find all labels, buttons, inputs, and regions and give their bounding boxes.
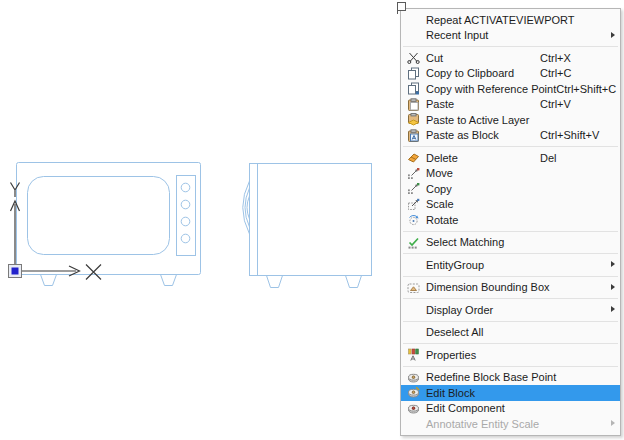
eraser-icon — [404, 151, 423, 164]
menu-item-label: Paste as Block — [426, 129, 499, 141]
menu-item-label: Recent Input — [426, 29, 488, 41]
screenshot-root: { "canvas": { "background": "#ffffff", "… — [0, 0, 624, 440]
menu-item-label: Scale — [426, 198, 454, 210]
icon-spacer — [404, 29, 423, 42]
menu-item-paste-to-active-layer[interactable]: Paste to Active Layer — [401, 112, 620, 128]
icon-spacer — [404, 258, 423, 271]
menu-separator — [403, 276, 618, 277]
submenu-arrow-icon — [611, 420, 615, 426]
front-door-window — [28, 177, 170, 255]
move-icon — [404, 167, 423, 180]
submenu-arrow-icon — [611, 284, 615, 290]
copy-icon — [404, 67, 423, 80]
menu-separator — [403, 343, 618, 344]
menu-item-edit-block[interactable]: Edit Block — [401, 385, 620, 401]
menu-item-properties[interactable]: Properties — [401, 347, 620, 363]
paste-block-icon — [404, 129, 423, 142]
menu-item-copy-to-clipboard[interactable]: Copy to ClipboardCtrl+C — [401, 66, 620, 82]
menu-item-label: Display Order — [426, 304, 493, 316]
y-axis-label-glyph — [11, 183, 20, 198]
menu-item-label: Copy with Reference Point — [426, 83, 556, 95]
ucs-icon — [9, 183, 102, 280]
copy-reference-icon — [404, 82, 423, 95]
menu-item-shortcut: Ctrl+Shift+C — [556, 83, 624, 95]
menu-item-entitygroup[interactable]: EntityGroup — [401, 257, 620, 273]
menu-item-edit-component[interactable]: Edit Component — [401, 401, 620, 417]
menu-separator — [403, 46, 618, 47]
side-foot-left — [267, 276, 283, 288]
menu-item-label: Cut — [426, 52, 443, 64]
x-axis-label-glyph — [86, 265, 101, 280]
submenu-arrow-icon — [611, 306, 615, 312]
submenu-arrow-icon — [611, 261, 615, 267]
menu-item-label: Move — [426, 167, 453, 179]
context-menu: Repeat ACTIVATEVIEWPORTRecent InputCutCt… — [400, 8, 621, 436]
panel-button — [181, 234, 190, 243]
panel-button — [181, 183, 190, 192]
icon-spacer — [404, 303, 423, 316]
menu-item-label: Deselect All — [426, 326, 483, 338]
menu-item-display-order[interactable]: Display Order — [401, 302, 620, 318]
origin-marker-fill — [12, 268, 19, 275]
menu-item-label: Rotate — [426, 214, 458, 226]
menu-item-cut[interactable]: CutCtrl+X — [401, 50, 620, 66]
menu-item-shortcut: Ctrl+Shift+V — [540, 129, 614, 141]
menu-item-shortcut: Ctrl+C — [540, 67, 614, 79]
menu-item-shortcut: Ctrl+V — [540, 98, 614, 110]
menu-item-paste[interactable]: PasteCtrl+V — [401, 97, 620, 113]
front-foot-left — [41, 275, 57, 286]
properties-icon — [404, 348, 423, 361]
menu-item-label: Paste — [426, 98, 454, 110]
menu-item-paste-as-block[interactable]: Paste as BlockCtrl+Shift+V — [401, 128, 620, 144]
panel-button — [181, 217, 190, 226]
dimension-bbox-icon — [404, 281, 423, 294]
side-handle-arc-outer — [243, 181, 250, 234]
menu-item-label: EntityGroup — [426, 259, 484, 271]
block-base-point-icon — [404, 371, 423, 384]
menu-separator — [403, 146, 618, 147]
menu-item-copy[interactable]: Copy — [401, 181, 620, 197]
select-matching-icon — [404, 236, 423, 249]
menu-item-recent-input[interactable]: Recent Input — [401, 28, 620, 44]
front-foot-right — [161, 275, 177, 286]
menu-separator — [403, 366, 618, 367]
menu-item-annotative-entity-scale[interactable]: Annotative Entity Scale — [401, 416, 620, 432]
menu-item-label: Select Matching — [426, 236, 504, 248]
side-foot-right — [346, 276, 362, 288]
menu-item-repeat-activateviewport[interactable]: Repeat ACTIVATEVIEWPORT — [401, 12, 620, 28]
cad-viewport[interactable] — [0, 0, 400, 440]
menu-item-scale[interactable]: Scale — [401, 197, 620, 213]
menu-item-redefine-block-base-point[interactable]: Redefine Block Base Point — [401, 370, 620, 386]
paste-icon — [404, 98, 423, 111]
context-cursor-icon — [397, 2, 406, 11]
menu-item-label: Copy to Clipboard — [426, 67, 514, 79]
menu-item-label: Dimension Bounding Box — [426, 281, 550, 293]
menu-item-label: Repeat ACTIVATEVIEWPORT — [426, 14, 575, 26]
menu-item-copy-with-reference-point[interactable]: Copy with Reference PointCtrl+Shift+C — [401, 81, 620, 97]
menu-item-dimension-bounding-box[interactable]: Dimension Bounding Box — [401, 280, 620, 296]
edit-block-icon — [404, 386, 423, 399]
menu-item-select-matching[interactable]: Select Matching — [401, 235, 620, 251]
microwave-side-view — [243, 164, 372, 288]
menu-item-delete[interactable]: DeleteDel — [401, 150, 620, 166]
edit-component-icon — [404, 402, 423, 415]
menu-item-label: Edit Block — [426, 387, 475, 399]
menu-separator — [403, 231, 618, 232]
menu-item-label: Paste to Active Layer — [426, 114, 529, 126]
menu-item-deselect-all[interactable]: Deselect All — [401, 325, 620, 341]
menu-item-shortcut: Del — [540, 152, 614, 164]
menu-item-label: Redefine Block Base Point — [426, 371, 556, 383]
panel-button — [181, 200, 190, 209]
menu-item-label: Annotative Entity Scale — [426, 418, 539, 430]
copy-entity-icon — [404, 182, 423, 195]
menu-item-move[interactable]: Move — [401, 166, 620, 182]
side-body-outline — [250, 164, 372, 276]
menu-item-rotate[interactable]: Rotate — [401, 212, 620, 228]
menu-item-label: Edit Component — [426, 402, 505, 414]
submenu-arrow-icon — [611, 32, 615, 38]
paste-layer-icon — [404, 113, 423, 126]
scissors-icon — [404, 51, 423, 64]
microwave-front-view — [17, 163, 201, 286]
menu-item-label: Copy — [426, 183, 452, 195]
icon-spacer — [404, 326, 423, 339]
